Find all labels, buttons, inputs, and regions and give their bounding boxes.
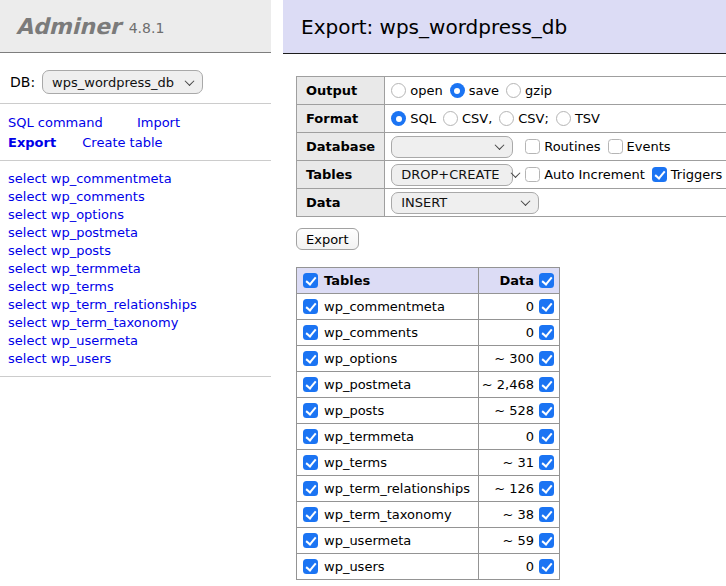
table-name-cell[interactable]: wp_options <box>297 351 478 366</box>
export-button[interactable]: Export <box>296 228 359 250</box>
table-name: wp_postmeta <box>324 377 411 392</box>
radio-icon[interactable] <box>391 111 406 126</box>
data-checkbox[interactable] <box>539 403 554 418</box>
table-name-cell[interactable]: wp_users <box>297 559 478 574</box>
table-checkbox[interactable] <box>303 455 318 470</box>
row-count: ~ 2,468 <box>482 377 534 392</box>
table-name-cell[interactable]: wp_usermeta <box>297 533 478 548</box>
table-row: wp_comments 0 <box>297 320 560 346</box>
db-select[interactable]: wps_wordpress_db <box>42 70 203 94</box>
chevron-down-icon <box>185 76 195 86</box>
sidebar-select-table-link[interactable]: select wp_terms <box>8 278 271 296</box>
nav-export[interactable]: Export <box>8 135 56 150</box>
format-radio-option[interactable]: SQL <box>391 111 436 126</box>
row-count: 0 <box>526 299 534 314</box>
checkbox-icon[interactable] <box>525 139 540 154</box>
table-name-cell[interactable]: wp_termmeta <box>297 429 478 444</box>
sidebar-select-table-link[interactable]: select wp_usermeta <box>8 332 271 350</box>
sidebar-select-table-link[interactable]: select wp_commentmeta <box>8 170 271 188</box>
table-checkbox[interactable] <box>303 299 318 314</box>
table-name-cell[interactable]: wp_term_relationships <box>297 481 478 496</box>
radio-icon[interactable] <box>443 111 458 126</box>
sidebar-select-table-link[interactable]: select wp_posts <box>8 242 271 260</box>
sidebar-nav: SQL command Import Export Create table <box>8 113 271 153</box>
radio-icon[interactable] <box>556 111 571 126</box>
output-radio-option[interactable]: gzip <box>506 83 552 98</box>
table-name: wp_usermeta <box>324 533 411 548</box>
sidebar-select-table-link[interactable]: select wp_termmeta <box>8 260 271 278</box>
table-checkbox[interactable] <box>303 559 318 574</box>
table-checkbox[interactable] <box>303 325 318 340</box>
table-checkbox[interactable] <box>303 377 318 392</box>
data-checkbox[interactable] <box>539 455 554 470</box>
table-checkbox[interactable] <box>303 507 318 522</box>
data-column-header: Data <box>499 273 534 288</box>
format-radio-option[interactable]: CSV; <box>499 111 549 126</box>
table-row: wp_term_relationships ~ 126 <box>297 476 560 502</box>
select-all-tables-checkbox[interactable] <box>303 273 318 288</box>
radio-icon[interactable] <box>506 83 521 98</box>
table-name: wp_term_relationships <box>324 481 470 496</box>
table-name-cell[interactable]: wp_comments <box>297 325 478 340</box>
tables-style-select[interactable]: DROP+CREATE <box>391 164 513 186</box>
radio-icon[interactable] <box>499 111 514 126</box>
page-title: Export: wps_wordpress_db <box>283 0 726 54</box>
table-checkbox[interactable] <box>303 429 318 444</box>
sidebar-select-table-link[interactable]: select wp_term_relationships <box>8 296 271 314</box>
checkbox-label: Auto Increment <box>544 167 645 182</box>
table-row: wp_terms ~ 31 <box>297 450 560 476</box>
tables-checkbox-option[interactable]: Triggers <box>652 167 723 182</box>
data-checkbox[interactable] <box>539 377 554 392</box>
database-checkbox-option[interactable]: Events <box>608 139 671 154</box>
nav-create-table[interactable]: Create table <box>82 135 162 150</box>
data-checkbox[interactable] <box>539 533 554 548</box>
tables-column-header: Tables <box>324 273 370 288</box>
table-name-cell[interactable]: wp_commentmeta <box>297 299 478 314</box>
sidebar-select-table-link[interactable]: select wp_options <box>8 206 271 224</box>
sidebar-select-table-link[interactable]: select wp_users <box>8 350 271 368</box>
table-name-cell[interactable]: wp_posts <box>297 403 478 418</box>
radio-icon[interactable] <box>391 83 406 98</box>
table-checkbox[interactable] <box>303 403 318 418</box>
data-checkbox[interactable] <box>539 559 554 574</box>
table-name: wp_termmeta <box>324 429 414 444</box>
table-checkbox[interactable] <box>303 351 318 366</box>
data-style-select[interactable]: INSERT <box>391 192 539 214</box>
select-all-data-checkbox[interactable] <box>539 273 554 288</box>
format-radio-option[interactable]: CSV, <box>443 111 492 126</box>
radio-icon[interactable] <box>450 83 465 98</box>
output-radio-option[interactable]: open <box>391 83 442 98</box>
data-label: Data <box>297 189 385 217</box>
table-name-cell[interactable]: wp_terms <box>297 455 478 470</box>
database-checkbox-option[interactable]: Routines <box>525 139 600 154</box>
table-name-cell[interactable]: wp_postmeta <box>297 377 478 392</box>
sidebar-select-table-link[interactable]: select wp_comments <box>8 188 271 206</box>
data-checkbox[interactable] <box>539 325 554 340</box>
data-checkbox[interactable] <box>539 351 554 366</box>
table-row: wp_term_taxonomy ~ 38 <box>297 502 560 528</box>
export-options-table: Output open save <box>296 76 726 217</box>
database-style-select[interactable] <box>391 136 513 158</box>
tables-checkbox-option[interactable]: Auto Increment <box>525 167 645 182</box>
table-data-cell: 0 <box>479 325 559 340</box>
sidebar-select-table-link[interactable]: select wp_postmeta <box>8 224 271 242</box>
data-checkbox[interactable] <box>539 481 554 496</box>
table-data-cell: 0 <box>479 429 559 444</box>
output-radio-option[interactable]: save <box>450 83 499 98</box>
table-checkbox[interactable] <box>303 481 318 496</box>
nav-import[interactable]: Import <box>137 115 180 130</box>
table-row: wp_posts ~ 528 <box>297 398 560 424</box>
checkbox-icon[interactable] <box>525 167 540 182</box>
sidebar-select-table-link[interactable]: select wp_term_taxonomy <box>8 314 271 332</box>
data-checkbox[interactable] <box>539 429 554 444</box>
nav-sql-command[interactable]: SQL command <box>8 115 103 130</box>
data-checkbox[interactable] <box>539 299 554 314</box>
checkbox-icon[interactable] <box>608 139 623 154</box>
sidebar: Adminer 4.8.1 DB: wps_wordpress_db SQL c… <box>0 0 271 377</box>
table-name: wp_comments <box>324 325 418 340</box>
format-radio-option[interactable]: TSV <box>556 111 600 126</box>
checkbox-icon[interactable] <box>652 167 667 182</box>
table-checkbox[interactable] <box>303 533 318 548</box>
table-name-cell[interactable]: wp_term_taxonomy <box>297 507 478 522</box>
data-checkbox[interactable] <box>539 507 554 522</box>
